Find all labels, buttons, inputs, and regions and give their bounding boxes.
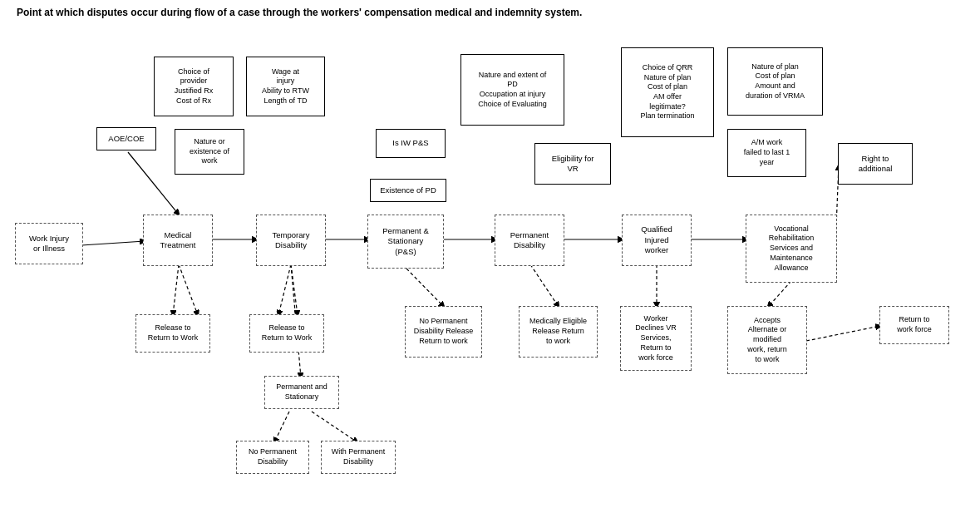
voc-rehab-box: VocationalRehabilitationServices andMain… [746,215,837,283]
svg-line-20 [128,152,179,215]
eligibility-vr-box: Eligibility forVR [534,143,611,185]
worker-declines-box: WorkerDeclines VRServices,Return towork … [620,306,692,371]
no-perm-disability-release-box: No PermanentDisability ReleaseReturn to … [405,306,482,358]
svg-line-7 [291,264,298,315]
am-work-failed-box: A/M workfailed to last 1year [727,129,806,177]
no-perm-disability-bottom-box: No PermanentDisability [236,441,309,474]
perm-stationary-box: Permanent &Stationary(P&S) [367,215,444,269]
with-perm-disability-box: With PermanentDisability [321,441,396,474]
svg-line-15 [530,264,559,307]
temporary-disability-box: TemporaryDisability [256,215,326,266]
svg-line-5 [179,264,198,315]
svg-line-18 [768,281,791,307]
choice-qrr-box: Choice of QRRNature of planCost of planA… [621,47,714,137]
is-iw-ps-box: Is IW P&S [376,129,446,158]
right-additional-box: Right toadditional [838,143,913,185]
work-injury-box: Work Injuryor Illness [15,223,83,264]
perm-stationary-bottom-box: Permanent andStationary [264,376,339,409]
diagram-container: Point at which disputes occur during flo… [0,0,980,508]
medical-treatment-box: MedicalTreatment [143,215,213,266]
existence-pd-box: Existence of PD [370,179,446,202]
aoe-coe-box: AOE/COE [96,127,156,150]
svg-line-19 [806,326,880,341]
choice-provider-box: Choice ofproviderJustified RxCost of Rx [154,57,234,116]
svg-line-4 [173,264,179,315]
svg-line-2 [81,241,145,245]
permanent-disability-box: PermanentDisability [495,215,564,266]
svg-line-10 [312,412,357,442]
release-rtw-2-box: Release toReturn to Work [249,314,324,353]
med-eligible-release-box: Medically EligibleRelease Returnto work [519,306,598,358]
svg-line-6 [278,264,291,315]
svg-line-13 [406,269,444,307]
qualified-injured-box: QualifiedInjuredworker [622,215,692,266]
wage-injury-box: Wage atinjuryAbility to RTWLength of TD [246,57,325,116]
nature-plan-box: Nature of planCost of planAmount anddura… [727,47,823,116]
return-workforce-box: Return towork force [879,306,949,344]
release-rtw-1-box: Release toReturn to Work [135,314,210,353]
nature-existence-box: Nature orexistence ofwork [175,129,244,175]
nature-extent-pd-box: Nature and extent ofPDOccupation at inju… [460,54,564,126]
svg-line-9 [274,412,289,442]
page-title: Point at which disputes occur during flo… [17,7,964,18]
accepts-alternate-box: AcceptsAlternate ormodifiedwork, returnt… [727,306,807,374]
